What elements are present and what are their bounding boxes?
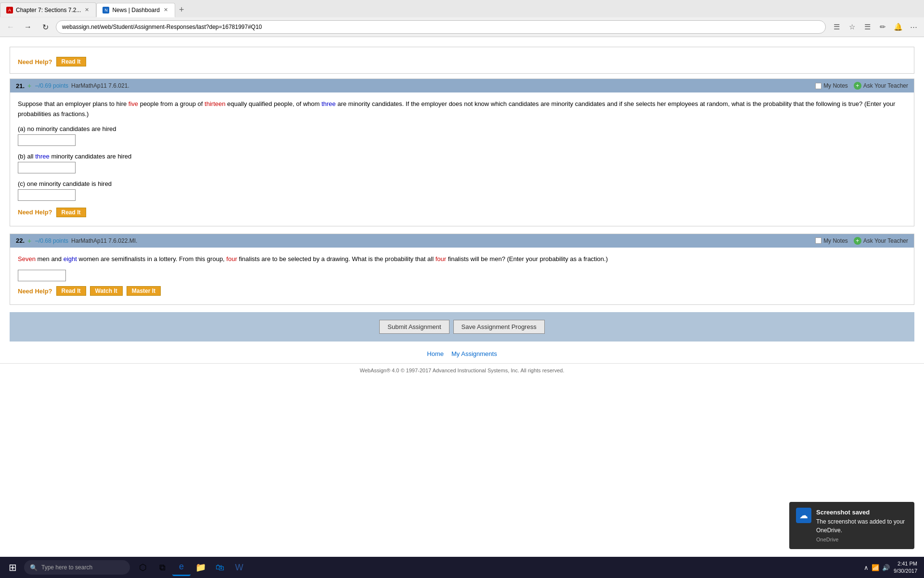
question-21-header: 21. + –/0.69 points HarMathAp11 7.6.021.…: [10, 79, 914, 92]
q21-sub-b-label: (b) all three minority candidates are hi…: [18, 153, 906, 160]
question-21-text: Suppose that an employer plans to hire f…: [18, 99, 906, 119]
q21-three: three: [321, 100, 336, 107]
q21-sub-a-input[interactable]: [18, 134, 76, 146]
tab-news-dashboard[interactable]: N News | Dashboard ✕: [96, 3, 175, 17]
question-21-my-notes-label: My Notes: [823, 82, 848, 89]
home-link[interactable]: Home: [427, 350, 444, 357]
q22-four2: four: [436, 255, 446, 263]
q21-sub-b-text2: minority candidates are hired: [50, 153, 132, 160]
reader-icon[interactable]: ☰: [830, 20, 843, 34]
tab-favicon-2: N: [103, 7, 109, 13]
save-assignment-button[interactable]: Save Assignment Progress: [453, 320, 545, 334]
browser-chrome: A Chapter 7: Sections 7.2... ✕ N News | …: [0, 0, 924, 37]
question-21-ask-teacher-label: Ask Your Teacher: [863, 82, 908, 89]
q21-text3: equally qualified people, of whom: [225, 100, 321, 107]
q22-need-help-label: Need Help?: [18, 288, 52, 295]
top-need-help-block: Need Help? Read It: [10, 47, 914, 74]
web-notes-icon[interactable]: ✏: [876, 20, 889, 34]
hub-icon[interactable]: ☰: [860, 20, 874, 34]
question-22-need-help: Need Help? Read It Watch It Master It: [18, 286, 906, 298]
question-21-points: –/0.69 points: [35, 82, 68, 89]
q21-sub-b-text1: (b) all: [18, 153, 35, 160]
refresh-button[interactable]: ↻: [38, 20, 52, 34]
question-21-sub-b: (b) all three minority candidates are hi…: [18, 153, 906, 173]
question-21-my-notes-button[interactable]: My Notes: [815, 82, 848, 89]
question-22-header-left: 22. + –/0.68 points HarMathAp11 7.6.022.…: [16, 237, 137, 245]
tab-label-2: News | Dashboard: [112, 7, 160, 13]
q21-sub-b-three: three: [35, 153, 50, 160]
q21-sub-a-label: (a) no minority candidates are hired: [18, 125, 906, 132]
footer-links: Home My Assignments: [0, 346, 924, 361]
question-22-number: 22.: [16, 237, 25, 244]
question-21-ask-teacher-button[interactable]: + Ask Your Teacher: [854, 82, 908, 90]
q22-master-it-button[interactable]: Master It: [127, 286, 161, 296]
q22-watch-it-button[interactable]: Watch It: [90, 286, 123, 296]
question-21-number: 21.: [16, 82, 25, 90]
tab-label-1: Chapter 7: Sections 7.2...: [16, 7, 81, 13]
question-21-need-help: Need Help? Read It: [18, 208, 906, 219]
q21-thirteen: thirteen: [205, 100, 225, 107]
url-bar[interactable]: [56, 20, 826, 34]
q22-text3: finalists are to be selected by a drawin…: [237, 255, 436, 263]
question-22-body: Seven men and eight women are semifinali…: [10, 248, 914, 305]
question-22-ask-teacher-label: Ask Your Teacher: [863, 237, 908, 244]
tab-favicon-1: A: [6, 7, 13, 13]
top-need-help-label: Need Help?: [18, 58, 52, 66]
tab-close-2[interactable]: ✕: [163, 7, 169, 13]
q22-read-it-button[interactable]: Read It: [56, 286, 86, 296]
q22-seven: Seven: [18, 255, 36, 263]
question-22-id: HarMathAp11 7.6.022.MI.: [71, 237, 137, 244]
more-icon[interactable]: ⋯: [907, 20, 920, 34]
q22-answer-input[interactable]: [18, 270, 66, 281]
q21-text2: people from a group of: [138, 100, 205, 107]
question-22-notes-checkbox[interactable]: [815, 237, 821, 244]
question-22-ask-teacher-button[interactable]: + Ask Your Teacher: [854, 237, 908, 245]
question-22-my-notes-label: My Notes: [823, 237, 848, 244]
q22-four: four: [226, 255, 237, 263]
question-21-plus-icon: +: [854, 82, 861, 90]
question-22-plus-icon: +: [854, 237, 861, 245]
question-22-my-notes-button[interactable]: My Notes: [815, 237, 848, 244]
my-assignments-link[interactable]: My Assignments: [451, 350, 497, 357]
question-21-body: Suppose that an employer plans to hire f…: [10, 92, 914, 226]
question-22-block: 22. + –/0.68 points HarMathAp11 7.6.022.…: [10, 234, 914, 305]
q22-text4: finalists will be men? (Enter your proba…: [446, 255, 608, 263]
question-21-sub-a: (a) no minority candidates are hired: [18, 125, 906, 146]
question-21-id: HarMathAp11 7.6.021.: [71, 82, 129, 89]
question-21-block: 21. + –/0.69 points HarMathAp11 7.6.021.…: [10, 79, 914, 226]
tab-chapter7[interactable]: A Chapter 7: Sections 7.2... ✕: [0, 2, 96, 17]
footer-copyright: WebAssign® 4.0 © 1997-2017 Advanced Inst…: [0, 363, 924, 377]
tab-close-1[interactable]: ✕: [84, 7, 90, 13]
question-22-plus: +: [27, 237, 31, 245]
question-22-header: 22. + –/0.68 points HarMathAp11 7.6.022.…: [10, 234, 914, 248]
question-21-plus: +: [27, 82, 31, 90]
top-read-it-button[interactable]: Read It: [56, 57, 86, 66]
q21-sub-b-input[interactable]: [18, 162, 76, 173]
question-22-points: –/0.68 points: [35, 237, 68, 244]
q22-text2: women are semifinalists in a lottery. Fr…: [77, 255, 226, 263]
q21-sub-c-input[interactable]: [18, 189, 76, 201]
share-icon[interactable]: 🔔: [891, 20, 905, 34]
address-bar: ← → ↻ ☰ ☆ ☰ ✏ 🔔 ⋯: [0, 17, 924, 37]
question-22-text: Seven men and eight women are semifinali…: [18, 254, 906, 264]
question-21-header-left: 21. + –/0.69 points HarMathAp11 7.6.021.: [16, 82, 129, 90]
q21-need-help-label: Need Help?: [18, 209, 52, 216]
q21-read-it-button[interactable]: Read It: [56, 208, 86, 217]
back-button[interactable]: ←: [4, 20, 17, 34]
q21-text1: Suppose that an employer plans to hire: [18, 100, 128, 107]
question-21-header-right: My Notes + Ask Your Teacher: [815, 82, 908, 90]
top-need-help-section: Need Help? Read It: [18, 57, 906, 68]
footer-actions: Submit Assignment Save Assignment Progre…: [10, 312, 914, 342]
q21-five: five: [128, 100, 138, 107]
new-tab-button[interactable]: +: [175, 2, 188, 17]
submit-assignment-button[interactable]: Submit Assignment: [379, 320, 449, 334]
question-21-notes-checkbox[interactable]: [815, 83, 821, 89]
forward-button[interactable]: →: [21, 20, 35, 34]
favorites-icon[interactable]: ☆: [845, 20, 859, 34]
q21-sub-c-label: (c) one minority candidate is hired: [18, 180, 906, 187]
q22-text1: men and: [36, 255, 64, 263]
question-22-header-right: My Notes + Ask Your Teacher: [815, 237, 908, 245]
toolbar-icons: ☰ ☆ ☰ ✏ 🔔 ⋯: [830, 20, 920, 34]
page-content: Need Help? Read It 21. + –/0.69 points H…: [0, 37, 924, 382]
q22-eight: eight: [64, 255, 77, 263]
